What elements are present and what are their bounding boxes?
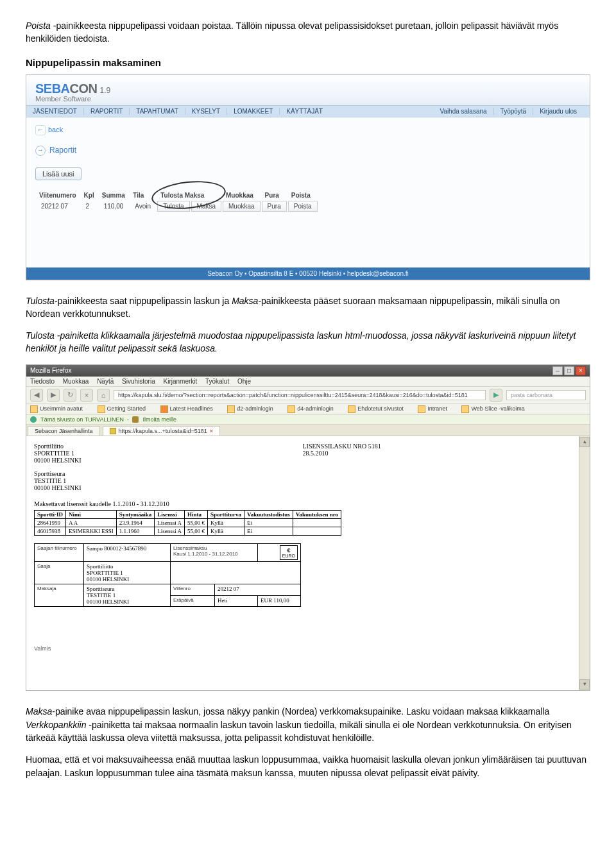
bm-webslice[interactable]: Web Slice -valikoima	[461, 405, 531, 412]
bm-useimmin[interactable]: Useimmin avatut	[30, 405, 89, 412]
bm-latest[interactable]: Latest Headlines	[160, 405, 219, 412]
cell-tila: Avoin	[130, 201, 156, 211]
lbl-erapaiva: Eräpäivä	[171, 595, 215, 607]
payment-slip: Saajan tilinumero Sampo 800012-34567890 …	[34, 543, 301, 607]
go-icon[interactable]: ▶	[490, 389, 502, 402]
security-status-bar: Tämä sivusto on TURVALLINEN - Ilmoita me…	[26, 415, 590, 425]
browser-toolbar: ◀ ▶ ↻ × ⌂ https://kapula.slu.fi/demo/?se…	[26, 387, 590, 404]
bm-ehdotetut[interactable]: Ehdotetut sivustot	[348, 405, 410, 412]
menu-lomakkeet[interactable]: LOMAKKEET	[227, 108, 279, 115]
panel-icon: →	[35, 146, 46, 156]
recipient-l2: TESTITIE 1	[34, 477, 571, 484]
back-icon: ←	[35, 125, 46, 135]
pura-button[interactable]: Pura	[262, 201, 287, 212]
lbl-lisenssimaksu: Lisenssimaksu Kausi 1.1.2010 - 31.12.201…	[171, 544, 258, 562]
bm-d2[interactable]: d2-adminlogin	[227, 405, 280, 412]
back-link[interactable]: ←back	[35, 125, 581, 135]
tulosta-button[interactable]: Tulosta	[157, 201, 189, 212]
menu-tyokalut[interactable]: Työkalut	[205, 378, 229, 385]
col-vakuutustod: Vakuutustodistus	[244, 511, 293, 519]
bm-intranet[interactable]: Intranet	[418, 405, 454, 412]
window-title: Mozilla Firefox	[30, 367, 71, 374]
nav-back-icon[interactable]: ◀	[30, 389, 43, 402]
menu-tiedosto[interactable]: Tiedosto	[30, 378, 55, 385]
home-icon[interactable]: ⌂	[97, 389, 110, 402]
address-bar[interactable]: https://kapula.slu.fi/demo/?section=repo…	[114, 390, 486, 400]
bm-gettingstarted[interactable]: Getting Started	[98, 405, 153, 412]
menu-kirjanmerkit[interactable]: Kirjanmerkit	[164, 378, 198, 385]
page-icon	[227, 405, 235, 413]
menu-kyselyt[interactable]: KYSELYT	[185, 108, 227, 115]
intro-paragraph: Poista -painikkeesta nippupelipassi void…	[26, 19, 590, 46]
cell-kpl: 2	[81, 201, 95, 211]
menu-vaihdasalasana[interactable]: Vaihda salasana	[440, 108, 493, 115]
tab-close-icon[interactable]: ×	[210, 428, 213, 434]
para3-italic: Tulosta	[26, 330, 57, 341]
raportit-table: Viitenumero Kpl Summa Tila Tulosta Maksa…	[35, 191, 318, 212]
back-label: back	[48, 126, 63, 133]
sebacon-footer: Sebacon Oy • Opastinsilta 8 E • 00520 He…	[26, 267, 590, 280]
status-left: Tämä sivusto on TURVALLINEN	[40, 416, 124, 423]
menu-jasentiedot[interactable]: JÄSENTIEDOT	[33, 108, 83, 115]
brand-subtitle: Member Software	[35, 95, 581, 103]
tab-sebacon[interactable]: Sebacon Jäsenhallinta	[28, 426, 100, 436]
col-poista: Poista	[287, 191, 318, 200]
col-hinta: Hinta	[185, 511, 208, 519]
sebacon-body: ←back →Raportit Lisää uusi Viitenumero K…	[26, 117, 590, 267]
heading-maksaminen: Nippupelipassin maksaminen	[26, 57, 590, 68]
invoice-period: Maksettavat lisenssit kaudelle 1.1.2010 …	[34, 500, 571, 507]
col-sporttiid: Sportti-ID	[35, 511, 66, 519]
maksa-button[interactable]: Maksa	[191, 201, 221, 212]
lbl-lisnimike: Lisenssimaksu	[173, 545, 255, 551]
lbl-saaja: Saaja	[35, 562, 84, 584]
invoice-date: 28.5.2010	[303, 450, 572, 457]
muokkaa-button[interactable]: Muokkaa	[223, 201, 261, 212]
poista-button[interactable]: Poista	[288, 201, 318, 212]
lisaa-uusi-button[interactable]: Lisää uusi	[35, 167, 81, 180]
scroll-down-icon[interactable]: ▾	[579, 679, 590, 690]
val-maksaja: Sporttiseura TESTITIE 1 00100 HELSINKI	[84, 584, 171, 607]
lbl-viite: Viitenro	[171, 584, 215, 596]
cell-viite: 20212 07	[36, 201, 73, 211]
col-nimi: Nimi	[66, 511, 117, 519]
close-button[interactable]: ×	[576, 366, 586, 375]
col-maksa: Maksa	[185, 192, 205, 199]
menu-tapahtumat[interactable]: TAPAHTUMAT	[129, 108, 185, 115]
p4-ital2: Verkkopankkiin	[26, 720, 89, 730]
sender-l1: Sporttiliitto	[34, 443, 303, 450]
menu-ohje[interactable]: Ohje	[237, 378, 251, 385]
col-lisenssi: Lisenssi	[155, 511, 185, 519]
panel-title-text: Raportit	[49, 146, 76, 155]
bm-d4[interactable]: d4-adminlogin	[287, 405, 340, 412]
folder-icon	[348, 405, 355, 413]
search-box[interactable]: pasta carbonara	[506, 390, 586, 400]
stop-icon[interactable]: ×	[80, 389, 93, 402]
bookmark-bar: Useimmin avatut Getting Started Latest H…	[26, 404, 590, 415]
sender-l2: SPORTTITIE 1	[34, 450, 303, 457]
statusbar-valmis: Valmis	[34, 645, 571, 652]
menu-sivuhistoria[interactable]: Sivuhistoria	[122, 378, 155, 385]
col-muokkaa: Muokkaa	[222, 191, 261, 200]
menu-kirjaudu[interactable]: Kirjaudu ulos	[533, 108, 583, 115]
brand-part2: CON	[70, 81, 98, 96]
col-sporttiturva: Sporttiturva	[208, 511, 244, 519]
val-sum: EUR 110,00	[258, 595, 301, 607]
menu-tyopoyta[interactable]: Työpöytä	[493, 108, 533, 115]
maximize-button[interactable]: □	[564, 366, 574, 375]
reload-icon[interactable]: ↻	[64, 389, 76, 402]
sebacon-menubar: JÄSENTIEDOT RAPORTIT TAPAHTUMAT KYSELYT …	[26, 105, 590, 117]
status-right[interactable]: Ilmoita meille	[142, 416, 176, 423]
nav-forward-icon[interactable]: ▶	[47, 389, 60, 402]
rss-icon	[160, 405, 168, 413]
scroll-up-icon[interactable]: ▴	[579, 437, 590, 447]
menu-raportit[interactable]: RAPORTIT	[83, 108, 129, 115]
tab-invoice[interactable]: https://kapula.s...+tulosta&id=5181 ×	[103, 426, 220, 436]
menu-nayta[interactable]: Näytä	[97, 378, 114, 385]
scrollbar[interactable]: ▴ ▾	[579, 436, 590, 690]
para-tulosta-maksa: Tulosta-painikkeesta saat nippupelipassi…	[26, 294, 590, 321]
page-icon	[418, 405, 425, 413]
tab-row: Sebacon Jäsenhallinta https://kapula.s..…	[26, 425, 590, 436]
menu-muokkaa[interactable]: Muokkaa	[63, 378, 89, 385]
menu-kayttajat[interactable]: KÄYTTÄJÄT	[279, 108, 329, 115]
minimize-button[interactable]: –	[552, 366, 563, 375]
